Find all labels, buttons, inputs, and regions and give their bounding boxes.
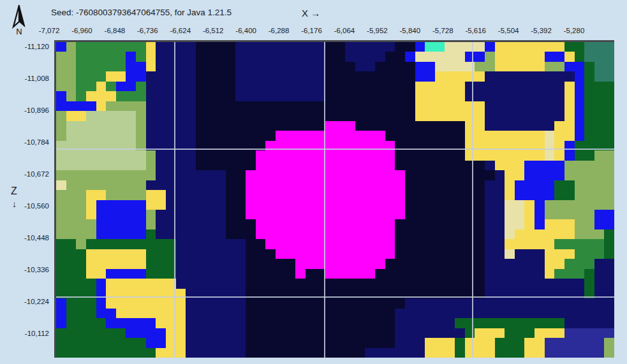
x-tick-label: -6,736 (137, 27, 158, 34)
x-tick-label: -6,064 (334, 27, 355, 34)
biome-map-panel (54, 40, 614, 358)
z-tick-label: -10,784 (24, 138, 49, 146)
z-axis-title: Z (11, 186, 17, 197)
x-tick-label: -5,392 (531, 27, 552, 34)
z-tick-label: -10,672 (24, 170, 49, 178)
z-tick-label: -10,336 (24, 266, 49, 273)
x-tick-label: -6,848 (105, 27, 126, 34)
x-tick-label: -6,624 (170, 27, 191, 34)
seed-label: Seed: -7608003793647064755, for Java 1.2… (51, 8, 232, 17)
x-tick-label: -5,840 (400, 27, 421, 34)
z-tick-label: -10,560 (24, 202, 49, 210)
z-tick-label: -10,112 (25, 330, 49, 337)
x-tick-label: -5,728 (432, 27, 454, 34)
x-axis-title: X → (302, 8, 320, 18)
x-tick-label: -6,400 (235, 27, 256, 34)
x-tick-label: -6,960 (71, 27, 92, 34)
biome-map-canvas[interactable] (56, 42, 614, 358)
z-tick-label: -10,448 (24, 234, 49, 242)
z-tick-label: -11,120 (25, 43, 49, 50)
x-tick-label: -5,952 (367, 27, 388, 34)
z-axis-ticks: -11,120-11,008-10,896-10,784-10,672-10,5… (0, 0, 51, 364)
x-tick-label: -5,280 (564, 27, 585, 34)
x-tick-label: -6,512 (203, 27, 224, 34)
x-tick-label: -6,176 (301, 27, 322, 34)
z-axis-down-arrow-icon: ↓ (12, 199, 17, 209)
z-tick-label: -10,896 (24, 106, 49, 114)
z-tick-label: -10,224 (24, 298, 49, 305)
x-tick-label: -6,288 (269, 27, 290, 34)
z-tick-label: -11,008 (25, 75, 49, 82)
x-tick-label: -5,616 (465, 27, 486, 34)
x-tick-label: -5,504 (498, 27, 519, 34)
seed-map-viewer: N Seed: -7608003793647064755, for Java 1… (0, 0, 627, 364)
